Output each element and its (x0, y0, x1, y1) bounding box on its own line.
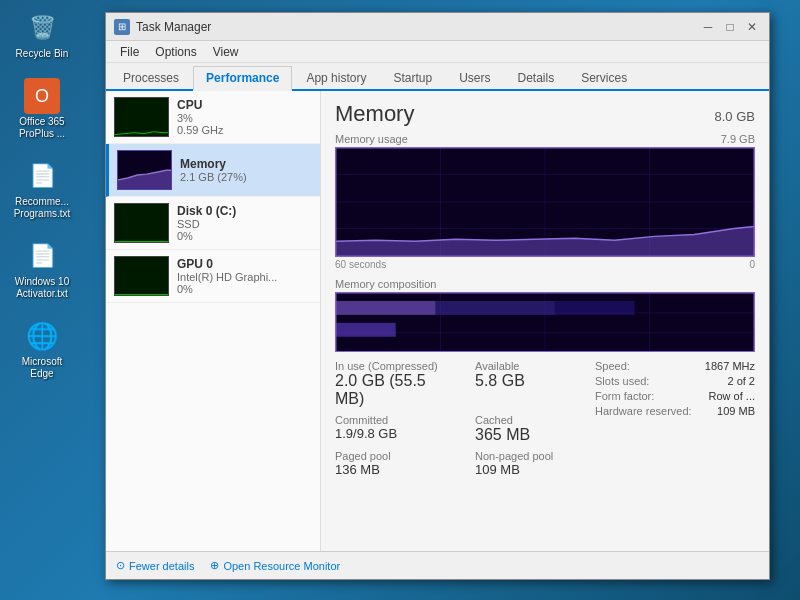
memory-usage: 2.1 GB (27%) (180, 171, 312, 183)
perf-item-gpu[interactable]: GPU 0 Intel(R) HD Graphi... 0% (106, 250, 320, 303)
paged-value: 136 MB (335, 462, 455, 477)
time-right: 0 (749, 259, 755, 270)
app-icon: ⊞ (114, 19, 130, 35)
nonpaged-label: Non-paged pool (475, 450, 595, 462)
tabs-bar: Processes Performance App history Startu… (106, 63, 769, 91)
available-value: 5.8 GB (475, 372, 595, 390)
left-stats: In use (Compressed) 2.0 GB (55.5 MB) Ava… (335, 360, 595, 477)
cpu-mini-graph (114, 97, 169, 137)
svg-rect-17 (336, 323, 396, 337)
right-stats: Speed: 1867 MHz Slots used: 2 of 2 Form … (595, 360, 755, 477)
menu-view[interactable]: View (205, 43, 247, 61)
form-label: Form factor: (595, 390, 654, 402)
gpu-model: Intel(R) HD Graphi... (177, 271, 312, 283)
disk-type: SSD (177, 218, 312, 230)
cpu-ghz: 0.59 GHz (177, 124, 312, 136)
gpu-label: GPU 0 (177, 257, 312, 271)
window-controls: ─ □ ✕ (699, 18, 761, 36)
recommends-icon[interactable]: 📄 Recomme...Programs.txt (8, 158, 76, 220)
desktop-icons: 🗑️ Recycle Bin O Office 365ProPlus ... 📄… (8, 10, 76, 380)
gpu-mini-graph (114, 256, 169, 296)
fewer-details-link[interactable]: ⊙ Fewer details (116, 559, 194, 572)
time-labels: 60 seconds 0 (335, 259, 755, 270)
tab-processes[interactable]: Processes (110, 66, 192, 89)
tab-services[interactable]: Services (568, 66, 640, 89)
edge-icon[interactable]: 🌐 MicrosoftEdge (8, 318, 76, 380)
svg-rect-16 (555, 301, 635, 315)
resource-icon: ⊕ (210, 559, 219, 572)
bottom-bar: ⊙ Fewer details ⊕ Open Resource Monitor (106, 551, 769, 579)
nonpaged-value: 109 MB (475, 462, 595, 477)
stat-in-use: In use (Compressed) 2.0 GB (55.5 MB) (335, 360, 455, 408)
disk-label: Disk 0 (C:) (177, 204, 312, 218)
usage-chart-section: Memory usage 7.9 GB (335, 133, 755, 270)
cached-value: 365 MB (475, 426, 595, 444)
committed-value: 1.9/9.8 GB (335, 426, 455, 441)
maximize-button[interactable]: □ (721, 18, 739, 36)
memory-label: Memory (180, 157, 312, 171)
desktop: 🗑️ Recycle Bin O Office 365ProPlus ... 📄… (0, 0, 800, 600)
hardware-label: Hardware reserved: (595, 405, 692, 417)
menu-file[interactable]: File (112, 43, 147, 61)
panel-title: Memory (335, 101, 414, 127)
main-content: CPU 3% 0.59 GHz Memory 2. (106, 91, 769, 551)
tab-users[interactable]: Users (446, 66, 503, 89)
close-button[interactable]: ✕ (743, 18, 761, 36)
memory-composition-chart (335, 292, 755, 352)
slots-label: Slots used: (595, 375, 649, 387)
task-manager-window: ⊞ Task Manager ─ □ ✕ File Options View P… (105, 12, 770, 580)
perf-item-cpu[interactable]: CPU 3% 0.59 GHz (106, 91, 320, 144)
stat-paged: Paged pool 136 MB (335, 450, 455, 477)
open-resource-monitor-link[interactable]: ⊕ Open Resource Monitor (210, 559, 340, 572)
menu-bar: File Options View (106, 41, 769, 63)
form-value: Row of ... (709, 390, 755, 402)
menu-options[interactable]: Options (147, 43, 204, 61)
in-use-value: 2.0 GB (55.5 MB) (335, 372, 455, 408)
office365-icon[interactable]: O Office 365ProPlus ... (8, 78, 76, 140)
available-label: Available (475, 360, 595, 372)
composition-label: Memory composition (335, 278, 755, 290)
stat-committed: Committed 1.9/9.8 GB (335, 414, 455, 444)
cpu-label: CPU (177, 98, 312, 112)
time-left: 60 seconds (335, 259, 386, 270)
stats-layout: In use (Compressed) 2.0 GB (55.5 MB) Ava… (335, 360, 755, 477)
right-header: Memory 8.0 GB (335, 101, 755, 127)
committed-label: Committed (335, 414, 455, 426)
slots-value: 2 of 2 (727, 375, 755, 387)
recycle-bin-icon[interactable]: 🗑️ Recycle Bin (8, 10, 76, 60)
perf-item-memory[interactable]: Memory 2.1 GB (27%) (106, 144, 320, 197)
gpu-percent: 0% (177, 283, 312, 295)
left-panel: CPU 3% 0.59 GHz Memory 2. (106, 91, 321, 551)
fewer-icon: ⊙ (116, 559, 125, 572)
stat-available: Available 5.8 GB (475, 360, 595, 408)
svg-rect-15 (436, 301, 555, 315)
usage-label: Memory usage (335, 133, 408, 145)
speed-label: Speed: (595, 360, 630, 372)
svg-rect-14 (336, 301, 436, 315)
memory-mini-graph (117, 150, 172, 190)
tab-details[interactable]: Details (504, 66, 567, 89)
memory-usage-chart (335, 147, 755, 257)
speed-value: 1867 MHz (705, 360, 755, 372)
tab-performance[interactable]: Performance (193, 66, 292, 91)
panel-total: 8.0 GB (715, 109, 755, 124)
minimize-button[interactable]: ─ (699, 18, 717, 36)
perf-item-disk[interactable]: Disk 0 (C:) SSD 0% (106, 197, 320, 250)
tab-startup[interactable]: Startup (380, 66, 445, 89)
windows10-icon[interactable]: 📄 Windows 10Activator.txt (8, 238, 76, 300)
composition-chart-section: Memory composition (335, 278, 755, 352)
cached-label: Cached (475, 414, 595, 426)
cpu-percent: 3% (177, 112, 312, 124)
usage-value: 7.9 GB (721, 133, 755, 145)
disk-percent: 0% (177, 230, 312, 242)
svg-marker-0 (118, 170, 171, 189)
in-use-label: In use (Compressed) (335, 360, 455, 372)
paged-label: Paged pool (335, 450, 455, 462)
stat-cached: Cached 365 MB (475, 414, 595, 444)
disk-mini-graph (114, 203, 169, 243)
hardware-value: 109 MB (717, 405, 755, 417)
right-panel: Memory 8.0 GB Memory usage 7.9 GB (321, 91, 769, 551)
tab-app-history[interactable]: App history (293, 66, 379, 89)
stat-nonpaged: Non-paged pool 109 MB (475, 450, 595, 477)
window-title: Task Manager (136, 20, 699, 34)
